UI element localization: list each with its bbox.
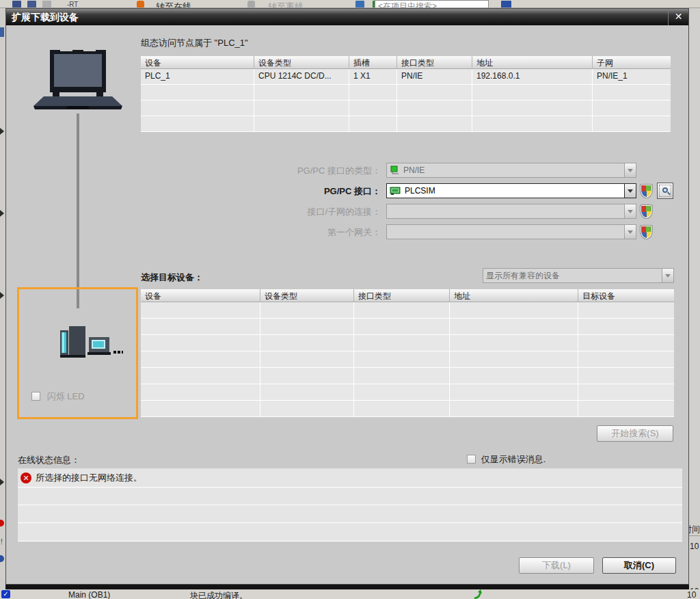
flash-led-label: 闪烁 LED bbox=[47, 391, 85, 401]
col-slot: 插槽 bbox=[349, 56, 397, 69]
flash-led-checkbox[interactable] bbox=[31, 392, 40, 401]
pgpc-interface-label: PG/PC 接口： bbox=[6, 185, 381, 198]
table-header-row: 设备 设备类型 插槽 接口类型 地址 子网 bbox=[141, 56, 671, 69]
subnet-connection-label: 接口/子网的连接： bbox=[6, 206, 381, 218]
dropdown-arrow-icon bbox=[624, 204, 636, 219]
only-errors-label: 仅显示错误消息. bbox=[481, 454, 546, 464]
download-button[interactable]: 下载(L) bbox=[519, 557, 594, 574]
table-row bbox=[141, 401, 675, 417]
access-nodes-table: 设备 设备类型 插槽 接口类型 地址 子网 PLC_1 CPU 1214C DC… bbox=[141, 56, 671, 132]
background-time-column: 时间 10 10 bbox=[689, 8, 700, 599]
go-offline-icon bbox=[247, 1, 255, 8]
shield-icon bbox=[641, 226, 652, 239]
background-message-row[interactable]: ✓ Main (OB1) 块已成功编译。 10 bbox=[0, 589, 700, 599]
dialog-shadow bbox=[5, 585, 689, 589]
col-address: 地址 bbox=[472, 56, 593, 69]
col-subnet: 子网 bbox=[593, 56, 671, 69]
shield-icon bbox=[641, 205, 652, 218]
time-value: 10 bbox=[690, 542, 699, 551]
table-row[interactable]: PLC_1 CPU 1214C DC/D... 1 X1 PN/IE 192.1… bbox=[141, 69, 671, 85]
status-message-row bbox=[18, 523, 682, 542]
cell-device: PLC_1 bbox=[141, 69, 254, 85]
subnet-connection-dropdown[interactable] bbox=[386, 204, 636, 219]
status-message-row bbox=[18, 488, 682, 505]
dropdown-arrow-icon bbox=[624, 224, 636, 239]
start-search-button[interactable]: 开始搜索(S) bbox=[597, 425, 673, 442]
collapse-arrow-icon[interactable] bbox=[0, 128, 4, 135]
error-icon: ✕ bbox=[21, 472, 31, 483]
col-interface-type: 接口类型 bbox=[354, 289, 450, 302]
table-row bbox=[141, 85, 671, 101]
row-time: 10 bbox=[687, 590, 696, 599]
go-offline-label: 转至离线 bbox=[268, 1, 304, 8]
online-status-label: 在线状态信息： bbox=[18, 454, 80, 466]
collapse-arrow-icon[interactable] bbox=[0, 210, 4, 217]
first-gateway-dropdown[interactable] bbox=[386, 224, 636, 239]
table-row bbox=[141, 335, 675, 351]
only-errors-checkbox[interactable] bbox=[467, 455, 476, 464]
select-target-label: 选择目标设备： bbox=[141, 271, 203, 284]
close-button[interactable]: ✕ bbox=[668, 9, 688, 25]
table-row bbox=[141, 384, 675, 401]
shield-icon bbox=[641, 185, 652, 198]
plcsim-adapter-icon bbox=[390, 186, 402, 196]
table-row bbox=[141, 116, 671, 132]
error-count-icon bbox=[0, 520, 4, 527]
project-icon[interactable] bbox=[27, 1, 36, 8]
table-row bbox=[141, 319, 675, 335]
go-online-label[interactable]: 转至在线 bbox=[156, 1, 191, 8]
collapse-arrow-icon[interactable] bbox=[0, 292, 4, 299]
go-online-icon[interactable] bbox=[137, 1, 144, 8]
info-count-icon bbox=[0, 555, 4, 562]
compatible-devices-dropdown[interactable]: 显示所有兼容的设备 bbox=[483, 268, 674, 283]
cell-address: 192.168.0.1 bbox=[472, 69, 593, 85]
pg-laptop-icon bbox=[31, 49, 124, 114]
first-gateway-label: 第一个网关： bbox=[6, 226, 381, 239]
save-icon[interactable] bbox=[12, 1, 21, 8]
tree-fragment bbox=[0, 27, 4, 37]
col-device: 设备 bbox=[141, 56, 254, 69]
project-search-input[interactable]: <在项目中搜索> bbox=[375, 0, 489, 8]
col-device-type: 设备类型 bbox=[260, 289, 354, 302]
only-errors-row: 仅显示错误消息. bbox=[467, 453, 546, 466]
flash-led-row: 闪烁 LED bbox=[31, 390, 85, 403]
col-device: 设备 bbox=[141, 289, 260, 302]
plc-device-icon bbox=[60, 322, 123, 358]
browse-interface-button[interactable] bbox=[657, 183, 673, 199]
dialog-title: 扩展下载到设备 bbox=[6, 9, 688, 25]
pgpc-type-value: PN/IE bbox=[403, 165, 425, 175]
cancel-button[interactable]: 取消(C) bbox=[602, 557, 676, 574]
rt-label: -RT bbox=[67, 1, 78, 8]
col-address: 地址 bbox=[450, 289, 578, 302]
cell-subnet: PN/IE_1 bbox=[593, 69, 671, 85]
pgpc-type-label: PG/PC 接口的类型： bbox=[6, 165, 381, 177]
warning-fragment: ! bbox=[1, 538, 3, 546]
success-check-icon: ✓ bbox=[1, 590, 10, 598]
table-row bbox=[141, 101, 671, 116]
target-device-highlight-box: 闪烁 LED bbox=[17, 287, 138, 419]
background-left-edge: ! bbox=[0, 8, 5, 599]
dropdown-arrow-icon[interactable] bbox=[624, 163, 636, 178]
cell-device-type: CPU 1214C DC/D... bbox=[254, 69, 349, 85]
diagnostics-icon[interactable] bbox=[355, 1, 364, 8]
target-devices-table: 设备 设备类型 接口类型 地址 目标设备 bbox=[141, 289, 675, 417]
table-row bbox=[141, 368, 675, 384]
status-message-row[interactable]: ✕ 所选择的接口无网络连接。 bbox=[18, 468, 682, 488]
pgpc-interface-dropdown[interactable]: PLCSIM bbox=[386, 183, 636, 198]
status-message-text: 所选择的接口无网络连接。 bbox=[36, 472, 142, 484]
pgpc-type-dropdown[interactable]: PN/IE bbox=[386, 163, 636, 178]
status-message-list: ✕ 所选择的接口无网络连接。 bbox=[18, 468, 682, 542]
time-column-header: 时间 bbox=[689, 521, 700, 536]
collapse-arrow-icon[interactable] bbox=[0, 479, 4, 485]
dropdown-arrow-icon bbox=[662, 268, 674, 283]
col-target-device: 目标设备 bbox=[578, 289, 674, 302]
configured-nodes-label: 组态访问节点属于 "PLC_1" bbox=[141, 37, 248, 49]
col-interface-type: 接口类型 bbox=[397, 56, 472, 69]
print-icon[interactable] bbox=[42, 1, 51, 8]
dropdown-arrow-icon[interactable] bbox=[624, 183, 636, 198]
go-to-icon bbox=[473, 589, 484, 599]
window-icon[interactable] bbox=[501, 1, 511, 8]
status-message-row bbox=[18, 505, 682, 523]
compile-message: 块已成功编译。 bbox=[190, 590, 247, 599]
background-toolbar: -RT 转至在线 转至离线 <在项目中搜索> bbox=[0, 0, 700, 8]
